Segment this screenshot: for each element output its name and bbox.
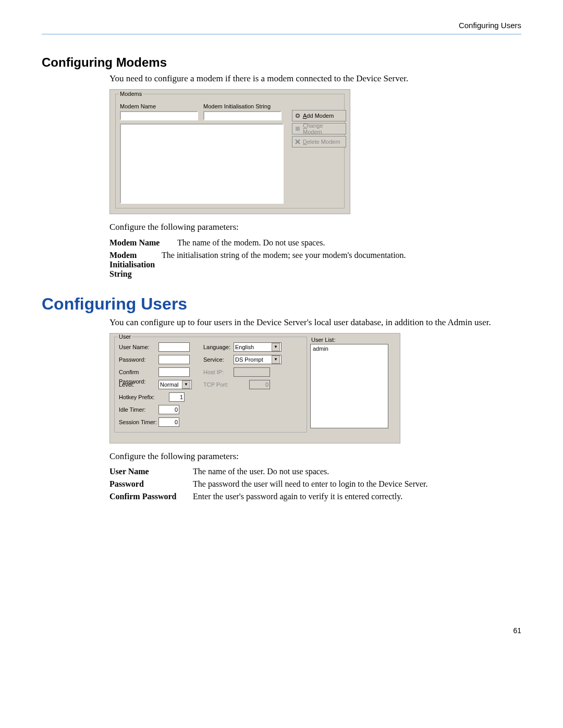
users-intro: You can configure up to four users in th… xyxy=(109,317,521,328)
session-timer-input[interactable] xyxy=(158,417,179,427)
delete-icon xyxy=(295,139,301,145)
lbl-password: Password: xyxy=(119,355,158,364)
lbl-hostip: Host IP: xyxy=(203,367,234,377)
modem-init-input[interactable] xyxy=(203,111,282,120)
param-modem-init: Modem Initialisation String The initiali… xyxy=(109,251,521,279)
param-user-name: User Name The name of the user. Do not u… xyxy=(109,467,521,476)
lbl-session: Session Timer: xyxy=(119,417,158,427)
username-input[interactable] xyxy=(158,342,190,352)
add-modem-label: Add Modem xyxy=(303,113,344,119)
language-value: English xyxy=(235,344,254,350)
user-fieldset: User User Name: Password: Confirm Passwo… xyxy=(114,337,307,433)
users-params-intro: Configure the following parameters: xyxy=(109,451,521,462)
lbl-tcpport: TCP Port: xyxy=(203,380,234,389)
param-modem-init-desc: The initialisation string of the modem; … xyxy=(162,251,521,279)
param-confirm-password: Confirm Password Enter the user's passwo… xyxy=(109,492,521,501)
user-list-item-admin[interactable]: admin xyxy=(313,346,386,352)
modems-intro: You need to configure a modem if there i… xyxy=(109,73,521,84)
level-select[interactable]: Normal ▼ xyxy=(158,380,192,389)
lbl-level: Level: xyxy=(119,380,158,389)
change-modem-label: Change Modem xyxy=(303,122,344,135)
param-modem-name: Modem Name The name of the modem. Do not… xyxy=(109,238,521,248)
edit-icon xyxy=(295,126,301,132)
tcpport-input xyxy=(249,380,270,389)
param-password: Password The password the user will need… xyxy=(109,479,521,489)
param-user-name-label: User Name xyxy=(109,467,193,476)
lbl-language: Language: xyxy=(203,342,234,352)
param-password-desc: The password the user will need to enter… xyxy=(193,479,521,489)
param-modem-name-label: Modem Name xyxy=(109,238,177,248)
modems-legend: Modems xyxy=(119,91,143,97)
param-confirm-password-label: Confirm Password xyxy=(109,492,193,501)
param-confirm-password-desc: Enter the user's password again to verif… xyxy=(193,492,521,501)
dropdown-arrow-icon: ▼ xyxy=(272,343,280,351)
user-legend: User xyxy=(118,334,132,340)
users-panel: User User Name: Password: Confirm Passwo… xyxy=(109,333,400,443)
hotkey-input[interactable] xyxy=(169,392,185,402)
hostip-input xyxy=(234,367,270,377)
user-list[interactable]: admin xyxy=(310,344,388,428)
param-user-name-desc: The name of the user. Do not use spaces. xyxy=(193,467,521,476)
idle-timer-input[interactable] xyxy=(158,405,179,414)
lbl-confirm: Confirm Password: xyxy=(119,367,158,377)
page-number: 61 xyxy=(42,626,521,635)
modems-fieldset: Modems Modem Name Modem Initialisation S… xyxy=(115,94,345,208)
param-modem-name-desc: The name of the modem. Do not use spaces… xyxy=(177,238,521,248)
change-modem-button[interactable]: Change Modem xyxy=(292,123,346,134)
level-value: Normal xyxy=(160,381,178,388)
delete-modem-label: Delete Modem xyxy=(303,139,344,145)
modem-list[interactable] xyxy=(120,124,284,204)
dropdown-arrow-icon: ▼ xyxy=(182,380,190,389)
page-header-right: Configuring Users xyxy=(42,21,521,30)
language-select[interactable]: English ▼ xyxy=(234,342,282,352)
lbl-idle: Idle Timer: xyxy=(119,405,158,414)
service-select[interactable]: DS Prompt ▼ xyxy=(234,355,282,364)
delete-modem-button[interactable]: Delete Modem xyxy=(292,136,346,147)
heading-configuring-users: Configuring Users xyxy=(42,294,521,314)
modem-icon xyxy=(295,113,301,119)
add-modem-button[interactable]: Add Modem xyxy=(292,110,346,121)
password-input[interactable] xyxy=(158,355,190,364)
dropdown-arrow-icon: ▼ xyxy=(272,355,280,364)
modem-init-header: Modem Initialisation String xyxy=(203,102,282,111)
lbl-hotkey: Hotkey Prefix: xyxy=(119,392,158,402)
confirm-password-input[interactable] xyxy=(158,367,190,377)
param-modem-init-label: Modem Initialisation String xyxy=(109,251,162,279)
service-value: DS Prompt xyxy=(235,356,263,363)
svg-point-1 xyxy=(297,115,299,117)
svg-rect-2 xyxy=(296,127,300,131)
heading-configuring-modems: Configuring Modems xyxy=(42,55,521,70)
modem-name-header: Modem Name xyxy=(120,102,198,111)
user-list-label: User List: xyxy=(311,337,388,343)
modems-params-intro: Configure the following parameters: xyxy=(109,221,521,232)
param-password-label: Password xyxy=(109,479,193,489)
lbl-service: Service: xyxy=(203,355,234,364)
modems-panel: Modems Modem Name Modem Initialisation S… xyxy=(109,89,350,214)
user-list-panel: User List: admin xyxy=(310,337,388,428)
modem-name-input[interactable] xyxy=(120,111,198,120)
lbl-username: User Name: xyxy=(119,342,158,352)
header-divider xyxy=(42,34,521,34)
